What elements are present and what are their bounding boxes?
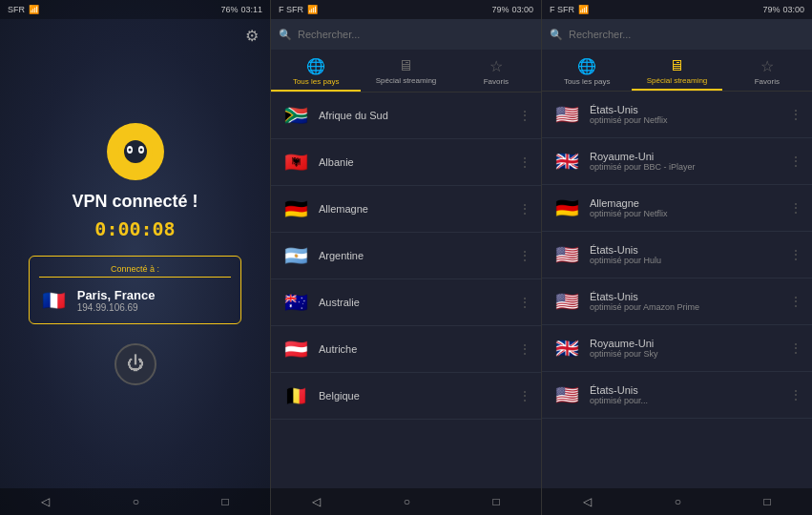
streaming-country-item[interactable]: 🇬🇧 Royaume-Uni optimisé pour BBC - iPlay… [542,138,812,185]
country-optimized-for: optimisé pour Amazon Prime [590,302,781,312]
country-item[interactable]: 🇦🇷 Argentine ⋮ [271,233,541,279]
country-info: États-Unis optimisé pour... [590,384,781,405]
country-name: Argentine [319,250,510,261]
flag: 🇦🇷 [281,240,311,271]
streaming-country-item[interactable]: 🇺🇸 États-Unis optimisé pour Hulu ⋮ [542,232,812,278]
nav-bar-panel3: ◁ ○ □ [542,488,812,515]
search-icon-p3: 🔍 [550,29,563,41]
power-icon: ⏻ [127,354,144,374]
monitor-icon-p2: 🖥 [398,57,413,74]
flag: 🇦🇹 [281,334,311,364]
home-button-p3[interactable]: ○ [675,495,681,508]
more-options-icon[interactable]: ⋮ [789,340,802,356]
more-options-icon[interactable]: ⋮ [789,247,802,262]
more-options-icon[interactable]: ⋮ [789,107,802,122]
country-info: États-Unis optimisé pour Netflix [590,104,781,125]
tabs-row-p2: 🌐 Tous les pays 🖥 Spécial streaming ☆ Fa… [271,50,541,93]
country-item[interactable]: 🇩🇪 Allemagne ⋮ [271,186,541,233]
more-options-icon[interactable]: ⋮ [789,294,802,309]
search-input-p3[interactable] [569,29,804,40]
more-options-icon[interactable]: ⋮ [789,154,802,169]
status-bar-right: 76% 03:11 [220,5,262,14]
flag: 🇦🇱 [281,147,311,177]
more-options-icon[interactable]: ⋮ [518,388,531,403]
carrier-p3: F SFR [550,5,574,14]
more-options-icon[interactable]: ⋮ [518,201,531,216]
tab-all-countries[interactable]: 🌐 Tous les pays [271,53,361,92]
country-optimized-for: optimisé pour Netflix [590,115,781,125]
home-button-p2[interactable]: ○ [404,495,410,508]
connected-box-inner: Connecté à : 🇫🇷 Paris, France 194.99.106… [39,264,232,316]
country-name: Royaume-Uni [590,151,781,162]
country-name: États-Unis [590,291,781,302]
country-item[interactable]: 🇧🇪 Belgique ⋮ [271,373,541,420]
more-options-icon[interactable]: ⋮ [518,248,531,263]
vpn-logo [107,123,164,180]
streaming-country-item[interactable]: 🇺🇸 États-Unis optimisé pour Netflix ⋮ [542,92,812,138]
power-button[interactable]: ⏻ [115,343,156,385]
flag: 🇺🇸 [552,380,582,410]
streaming-country-item[interactable]: 🇺🇸 États-Unis optimisé pour Amazon Prime… [542,278,812,325]
time-p2: 03:00 [511,5,533,14]
monitor-icon-p3: 🖥 [669,57,684,74]
recent-button-p3[interactable]: □ [764,495,771,508]
back-button-p2[interactable]: ◁ [312,495,321,508]
country-list-p3: 🇺🇸 États-Unis optimisé pour Netflix ⋮ 🇬🇧… [542,92,812,488]
more-options-icon[interactable]: ⋮ [789,387,802,402]
home-button-p1[interactable]: ○ [133,495,139,508]
flag: 🇿🇦 [281,100,311,131]
country-info: États-Unis optimisé pour Hulu [590,244,781,265]
star-icon-p2: ☆ [489,57,503,75]
connected-box: Connecté à : 🇫🇷 Paris, France 194.99.106… [29,256,242,324]
country-name: Australie [319,297,510,308]
country-item[interactable]: 🇦🇹 Autriche ⋮ [271,326,541,373]
back-button-p3[interactable]: ◁ [583,495,592,508]
tab-all-label: Tous les pays [293,77,339,86]
tabs-row-p3: 🌐 Tous les pays 🖥 Spécial streaming ☆ Fa… [542,50,812,92]
search-bar-p3: 🔍 [542,19,812,50]
time-label: 03:11 [240,5,262,14]
tab-streaming-p3[interactable]: 🖥 Spécial streaming [632,53,721,91]
status-bar-left: SFR 📶 [8,5,39,14]
recent-button-p1[interactable]: □ [222,495,229,508]
country-info: Royaume-Uni optimisé pour Sky [590,338,781,359]
country-name: États-Unis [590,384,781,396]
country-info: Royaume-Uni optimisé pour BBC - iPlayer [590,151,781,172]
more-options-icon[interactable]: ⋮ [789,200,802,216]
tab-favorites-p3[interactable]: ☆ Favoris [722,53,812,91]
status-right-p2: 79% 03:00 [491,5,533,14]
streaming-country-item[interactable]: 🇩🇪 Allemagne optimisé pour Netflix ⋮ [542,185,812,232]
flag: 🇩🇪 [552,193,582,223]
recent-button-p2[interactable]: □ [493,495,500,508]
connected-label: Connecté à : [39,264,232,278]
battery-p3: 79% [762,5,780,14]
tab-streaming-label-p3: Spécial streaming [647,76,708,85]
time-p3: 03:00 [782,5,804,14]
tab-favorites-p2[interactable]: ☆ Favoris [451,53,541,92]
country-item[interactable]: 🇦🇱 Albanie ⋮ [271,139,541,186]
search-input-p2[interactable] [298,29,533,40]
streaming-country-item[interactable]: 🇺🇸 États-Unis optimisé pour... ⋮ [542,372,812,419]
tab-all-p3[interactable]: 🌐 Tous les pays [542,53,632,91]
flag: 🇺🇸 [552,286,582,317]
more-options-icon[interactable]: ⋮ [518,295,531,310]
country-item[interactable]: 🇿🇦 Afrique du Sud ⋮ [271,93,541,139]
battery-label: 76% [220,5,238,14]
tab-favorites-label-p3: Favoris [755,77,780,86]
tab-streaming-p2[interactable]: 🖥 Spécial streaming [361,53,450,92]
globe-icon-p3: 🌐 [577,57,596,75]
status-bar-panel2: F SFR 📶 79% 03:00 [271,0,541,19]
signal-icon-p3: 📶 [578,5,589,14]
connected-city: Paris, France [77,288,156,302]
country-info: États-Unis optimisé pour Amazon Prime [590,291,781,312]
status-bar-panel3: F SFR 📶 79% 03:00 [542,0,812,19]
country-name: Belgique [319,390,510,402]
country-item[interactable]: 🇦🇺 Australie ⋮ [271,279,541,326]
connection-timer: 0:00:08 [94,217,175,240]
back-button-p1[interactable]: ◁ [41,495,50,508]
more-options-icon[interactable]: ⋮ [518,108,531,123]
more-options-icon[interactable]: ⋮ [518,154,531,170]
more-options-icon[interactable]: ⋮ [518,341,531,357]
streaming-country-item[interactable]: 🇬🇧 Royaume-Uni optimisé pour Sky ⋮ [542,325,812,372]
settings-button[interactable]: ⚙ [245,27,259,45]
